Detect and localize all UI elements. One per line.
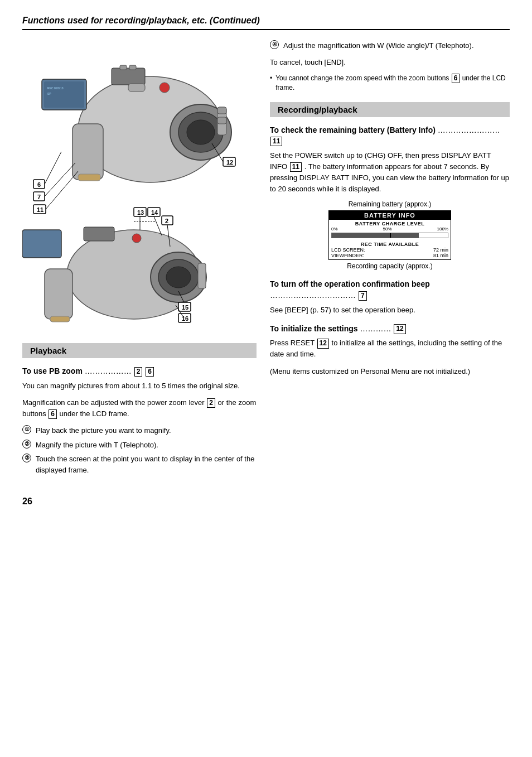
svg-rect-17 [78, 174, 100, 181]
svg-rect-36 [84, 227, 114, 241]
svg-text:SP: SP [47, 92, 51, 95]
step-circle-1: ① [22, 425, 31, 434]
step-3: ③ Touch the screen at the point you want… [22, 454, 257, 475]
page-number: 26 [22, 496, 510, 507]
beep-subsection: To turn off the operation confirmation b… [270, 279, 510, 315]
badge-11b: 11 [290, 162, 302, 172]
step-text-4: Adjust the magnification with W (Wide an… [283, 40, 510, 51]
svg-rect-9 [112, 68, 145, 85]
badge-12b: 12 [317, 339, 329, 349]
badge-6: 6 [146, 367, 154, 377]
recording-section-header: Recording/playback [270, 102, 510, 117]
pb-zoom-body1: You can magnify pictures from about 1.1 … [22, 380, 257, 392]
svg-text:15: 15 [182, 304, 188, 311]
step-text-3: Touch the screen at the point you want t… [36, 454, 257, 475]
left-column: REC 0:00:10 SP [22, 40, 257, 485]
svg-text:6: 6 [37, 181, 41, 188]
battery-bar-row [329, 232, 451, 239]
init-heading: To initialize the settings ………… 12 [270, 324, 510, 335]
svg-line-20 [45, 152, 61, 184]
playback-section: Playback To use PB zoom ……………… 2 6 You c… [22, 343, 257, 475]
svg-rect-11 [129, 65, 136, 70]
svg-rect-10 [120, 65, 127, 70]
init-body: Press RESET 12 to initialize all the set… [270, 337, 510, 360]
svg-point-13 [159, 83, 170, 93]
page-container: Functions used for recording/playback, e… [0, 0, 532, 757]
recording-section: Recording/playback To check the remainin… [270, 102, 510, 377]
battery-bar-outer [331, 233, 448, 238]
battery-box-title: BATTERY INFO [329, 211, 451, 220]
step-circle-3: ③ [22, 454, 31, 462]
camera-diagrams: REC 0:00:10 SP [22, 40, 257, 332]
charge-label: BATTERY CHARGE LEVEL [329, 220, 451, 226]
svg-rect-38 [198, 263, 206, 288]
step-circle-4: ④ [270, 40, 279, 49]
svg-text:7: 7 [37, 194, 41, 200]
vf-row: VIEWFINDER: 81 min [331, 253, 448, 258]
beep-body: See [BEEP] (p. 57) to set the operation … [270, 305, 510, 316]
svg-text:13: 13 [137, 209, 144, 216]
remaining-label: Remaining battery (approx.) [270, 200, 510, 208]
capacity-label: Recording capacity (approx.) [270, 262, 510, 270]
step-2: ② Magnify the picture with T (Telephoto)… [22, 440, 257, 451]
svg-rect-31 [45, 269, 72, 319]
badge-12: 12 [394, 324, 405, 334]
svg-point-34 [166, 267, 191, 288]
svg-text:REC 0:00:10: REC 0:00:10 [47, 86, 64, 90]
svg-rect-15 [217, 107, 226, 114]
battery-heading: To check the remaining battery (Battery … [270, 125, 510, 147]
step-circle-2: ② [22, 440, 31, 449]
svg-text:14: 14 [151, 209, 158, 216]
svg-text:12: 12 [226, 159, 233, 166]
beep-heading: To turn off the operation confirmation b… [270, 279, 510, 301]
battery-body: Set the POWER switch up to (CHG) OFF, th… [270, 150, 510, 195]
svg-text:11: 11 [37, 206, 43, 213]
battery-bar-labels: 0% 50% 100% [329, 226, 451, 232]
step-text-1: Play back the picture you want to magnif… [36, 425, 257, 436]
svg-point-4 [187, 120, 215, 144]
svg-rect-1 [72, 124, 103, 180]
pb-zoom-heading: To use PB zoom ……………… 2 6 [22, 366, 257, 377]
badge-11: 11 [270, 137, 282, 147]
svg-point-37 [132, 234, 141, 243]
step-text-2: Magnify the picture with T (Telephoto). [36, 440, 257, 451]
battery-diagram: Remaining battery (approx.) BATTERY INFO… [270, 200, 510, 270]
badge-6b: 6 [49, 409, 57, 420]
svg-rect-39 [50, 316, 70, 322]
step-1: ① Play back the picture you want to magn… [22, 425, 257, 436]
battery-subsection: To check the remaining battery (Battery … [270, 125, 510, 271]
right-column: ④ Adjust the magnification with W (Wide … [270, 40, 510, 485]
pb-zoom-body2: Magnification can be adjusted with the p… [22, 397, 257, 420]
step-4: ④ Adjust the magnification with W (Wide … [270, 40, 510, 51]
badge-7: 7 [359, 291, 367, 301]
badge-2: 2 [134, 367, 143, 377]
battery-bar-fill [332, 233, 419, 238]
lcd-row: LCD SCREEN: 72 min [331, 247, 448, 253]
playback-section-header: Playback [22, 343, 257, 358]
badge-6c: 6 [452, 74, 460, 84]
init-subsection: To initialize the settings ………… 12 Press… [270, 324, 510, 377]
battery-rec-section: REC TIME AVAILABLE LCD SCREEN: 72 min VI… [329, 239, 451, 259]
cancel-text: To cancel, touch [END]. [270, 57, 510, 68]
init-body3: (Menu items customized on Personal Menu … [270, 366, 510, 377]
bullet-zoom-speed: • You cannot change the zoom speed with … [270, 74, 510, 93]
battery-bar-midpoint [390, 233, 391, 238]
badge-2b: 2 [207, 398, 215, 408]
battery-info-box: BATTERY INFO BATTERY CHARGE LEVEL 0% 50%… [328, 210, 451, 260]
svg-rect-35 [22, 230, 61, 258]
main-content: REC 0:00:10 SP [22, 40, 510, 485]
steps-list: ① Play back the picture you want to magn… [22, 425, 257, 475]
svg-text:2: 2 [165, 218, 168, 224]
svg-rect-12 [128, 84, 145, 91]
page-header: Functions used for recording/playback, e… [22, 16, 510, 30]
cameras-svg: REC 0:00:10 SP [22, 40, 251, 330]
page-title: Functions used for recording/playback, e… [22, 16, 260, 25]
svg-rect-16 [217, 117, 226, 124]
